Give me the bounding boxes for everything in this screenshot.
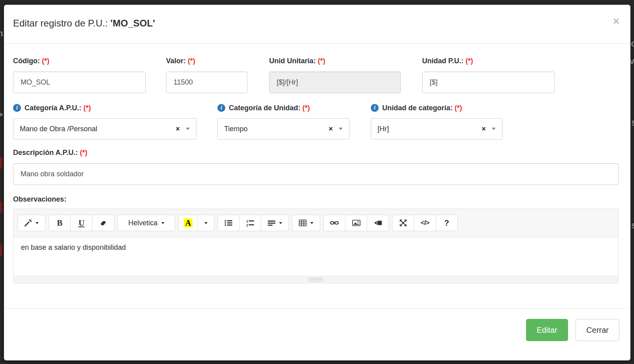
chevron-down-icon	[186, 128, 190, 130]
insert-link-button[interactable]	[323, 215, 345, 231]
backdrop-text-fragment: n	[0, 29, 3, 38]
observaciones-editor-panel: B U Helvetica	[13, 209, 619, 283]
backdrop-text-fragment: s	[631, 118, 634, 127]
eraser-icon	[99, 219, 107, 227]
categoria-apu-label: i Categoría A.P.U.:(*)	[13, 103, 196, 113]
info-icon: i	[217, 104, 225, 112]
table-icon	[299, 219, 307, 227]
ordered-list-icon: 1 2	[246, 219, 254, 227]
observaciones-editor[interactable]: en base a salario y disponibilidad	[13, 238, 618, 276]
categoria-unidad-select[interactable]: Tiempo ×	[217, 118, 349, 140]
font-color-button[interactable]: A	[178, 215, 198, 231]
bold-icon: B	[57, 219, 62, 227]
underline-button[interactable]: U	[70, 215, 92, 231]
categoria-unidad-label: i Categoría de Unidad:(*)	[217, 103, 349, 113]
unidad-categoria-label: i Unidad de categoría:(*)	[371, 103, 502, 113]
ordered-list-button[interactable]: 1 2	[239, 215, 261, 231]
help-icon: ?	[444, 219, 449, 228]
edit-pu-modal: Editar registro de P.U.: 'MO_SOL' × Códi…	[4, 5, 630, 360]
required-marker: (*)	[42, 57, 49, 65]
required-marker: (*)	[80, 149, 87, 157]
fullscreen-button[interactable]	[392, 215, 414, 231]
descripcion-apu-label: Descripción A.P.U.:(*)	[13, 148, 619, 157]
required-marker: (*)	[188, 57, 195, 65]
codeview-button[interactable]: </>	[414, 215, 436, 231]
resize-grip-icon	[308, 279, 323, 280]
help-button[interactable]: ?	[436, 215, 458, 231]
chevron-down-icon	[161, 222, 164, 224]
svg-text:1: 1	[246, 219, 248, 223]
observaciones-label: Observaciones:	[13, 195, 619, 204]
code-icon: </>	[421, 219, 429, 227]
backdrop-text-fragment: s	[631, 221, 634, 230]
required-marker: (*)	[466, 57, 473, 65]
unidad-pu-input[interactable]	[422, 72, 555, 93]
backdrop-red-bar	[0, 201, 2, 213]
unordered-list-button[interactable]	[217, 215, 240, 231]
info-icon: i	[371, 104, 379, 112]
valor-input[interactable]	[166, 72, 247, 93]
clear-selection-icon[interactable]: ×	[175, 125, 180, 133]
close-icon[interactable]: ×	[613, 16, 619, 27]
backdrop-red-bar	[0, 245, 2, 256]
modal-footer: Editar Cerrar	[4, 308, 630, 341]
unordered-list-icon	[225, 219, 232, 227]
align-left-icon	[268, 219, 275, 227]
chevron-down-icon	[204, 222, 208, 224]
info-icon: i	[13, 104, 21, 112]
picture-icon	[352, 219, 360, 227]
table-dropdown[interactable]	[292, 215, 320, 231]
unid-unitaria-label: Unid Unitaria:(*)	[269, 57, 401, 65]
clear-selection-icon[interactable]: ×	[328, 125, 333, 133]
modal-header: Editar registro de P.U.: 'MO_SOL' ×	[4, 5, 630, 44]
required-marker: (*)	[83, 103, 91, 113]
underline-icon: U	[78, 219, 84, 227]
bold-button[interactable]: B	[49, 215, 71, 231]
required-marker: (*)	[302, 103, 310, 113]
font-color-dropdown[interactable]	[198, 215, 214, 231]
paragraph-align-dropdown[interactable]	[261, 215, 289, 231]
chevron-down-icon	[339, 128, 343, 130]
modal-title: Editar registro de P.U.: 'MO_SOL'	[13, 17, 619, 30]
descripcion-apu-input[interactable]	[13, 163, 619, 185]
chevron-down-icon	[310, 222, 313, 224]
svg-text:2: 2	[246, 223, 248, 227]
style-dropdown-button[interactable]	[17, 215, 45, 231]
codigo-input[interactable]	[13, 72, 146, 93]
fullscreen-icon	[399, 219, 407, 227]
clear-selection-icon[interactable]: ×	[481, 125, 486, 133]
editor-resize-handle[interactable]	[13, 276, 618, 283]
categoria-apu-select[interactable]: Mano de Obra /Personal ×	[13, 118, 196, 140]
unidad-categoria-select[interactable]: [Hr] ×	[371, 118, 502, 140]
font-color-icon: A	[184, 219, 192, 227]
backdrop-text-fragment: >	[0, 110, 3, 119]
cerrar-button[interactable]: Cerrar	[576, 319, 619, 341]
insert-video-button[interactable]	[367, 215, 389, 231]
video-icon	[374, 219, 382, 227]
insert-picture-button[interactable]	[345, 215, 367, 231]
required-marker: (*)	[318, 57, 325, 65]
backdrop-text-fragment: c	[631, 39, 634, 48]
unid-unitaria-input	[269, 72, 401, 93]
magic-wand-icon	[24, 219, 32, 227]
backdrop-red-bar	[0, 157, 2, 169]
unidad-pu-label: Unidad P.U.:(*)	[422, 57, 555, 65]
chevron-down-icon	[492, 128, 496, 130]
link-icon	[330, 219, 339, 227]
editar-button[interactable]: Editar	[526, 319, 568, 341]
codigo-label: Código:(*)	[13, 57, 146, 65]
clear-format-button[interactable]	[92, 215, 114, 231]
record-code: 'MO_SOL'	[110, 18, 155, 28]
chevron-down-icon	[279, 222, 282, 224]
valor-label: Valor:(*)	[166, 57, 247, 65]
editor-toolbar: B U Helvetica	[13, 209, 618, 238]
font-family-dropdown[interactable]: Helvetica	[117, 215, 175, 231]
modal-body: Código:(*) Valor:(*) Unid Unitaria:(*) U…	[4, 44, 630, 283]
chevron-down-icon	[36, 222, 39, 224]
required-marker: (*)	[455, 103, 462, 113]
